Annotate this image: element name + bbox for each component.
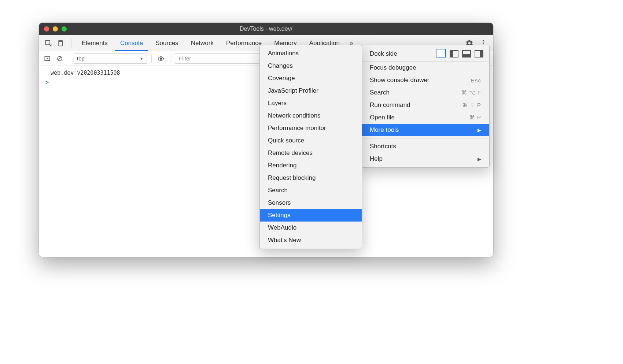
dock-side-row: Dock side [362,47,489,62]
titlebar: DevTools - web.dev/ [39,23,493,35]
submenu-item-label: Settings [268,212,290,219]
submenu-item-label: Animations [268,50,299,57]
svg-line-9 [58,57,61,60]
toggle-sidebar-icon[interactable] [43,54,52,63]
submenu-item-label: Sensors [268,199,291,207]
close-window-button[interactable] [44,26,49,31]
svg-rect-1 [59,40,62,46]
submenu-item-label: Remote devices [268,149,313,157]
menu-item-label: Search [370,89,390,96]
tab-sources[interactable]: Sources [150,35,183,51]
submenu-item-javascript-profiler[interactable]: JavaScript Profiler [260,85,362,97]
menu-item-label: Show console drawer [370,77,430,84]
submenu-item-network-conditions[interactable]: Network conditions [260,109,362,122]
menu-item-label: Focus debuggee [370,64,416,71]
submenu-item-what-s-new[interactable]: What's New [260,234,362,246]
menu-item-label: Help [370,155,383,163]
tab-network[interactable]: Network [186,35,219,51]
submenu-item-label: WebAudio [268,224,296,231]
submenu-item-rendering[interactable]: Rendering [260,159,362,172]
menu-item-search[interactable]: Search ⌘ ⌥ F [362,86,489,99]
submenu-arrow-icon: ▶ [478,127,481,133]
more-tools-submenu: AnimationsChangesCoverageJavaScript Prof… [259,45,362,249]
execution-context-value: top [77,55,85,62]
submenu-arrow-icon: ▶ [478,156,481,162]
svg-point-3 [483,40,484,41]
maximize-window-button[interactable] [62,26,67,31]
submenu-item-animations[interactable]: Animations [260,47,362,60]
submenu-item-remote-devices[interactable]: Remote devices [260,147,362,159]
menu-item-label: Shortcuts [370,143,396,150]
svg-point-4 [483,42,484,44]
clear-console-icon[interactable] [55,54,64,63]
main-menu: Dock side Focus debuggee Show console dr… [361,45,490,168]
menu-item-focus-debuggee[interactable]: Focus debuggee [362,62,489,74]
submenu-item-layers[interactable]: Layers [260,97,362,109]
menu-item-shortcut: ⌘ P [469,114,481,121]
menu-item-shortcuts[interactable]: Shortcuts [362,140,489,153]
divider [170,55,170,63]
execution-context-select[interactable]: top ▼ [74,53,147,64]
devtools-window: DevTools - web.dev/ Elements Console Sou… [39,23,493,257]
submenu-item-search[interactable]: Search [260,184,362,197]
submenu-item-label: Request blocking [268,174,316,182]
submenu-item-label: Network conditions [268,112,321,119]
menu-separator [362,138,489,138]
submenu-item-settings[interactable]: Settings [260,209,362,222]
menu-item-label: More tools [370,126,399,134]
live-expression-eye-icon[interactable] [156,54,166,63]
menu-item-show-console-drawer[interactable]: Show console drawer Esc [362,74,489,86]
divider [151,55,152,63]
submenu-item-label: Quick source [268,137,304,144]
dock-side-label: Dock side [370,50,397,57]
traffic-lights [44,26,67,31]
menu-item-open-file[interactable]: Open file ⌘ P [362,111,489,124]
submenu-item-webaudio[interactable]: WebAudio [260,222,362,234]
submenu-item-label: Performance monitor [268,125,326,132]
tab-elements[interactable]: Elements [77,35,113,51]
svg-point-10 [160,57,162,59]
submenu-item-label: Changes [268,62,293,70]
tab-console[interactable]: Console [115,35,148,51]
submenu-item-label: Layers [268,100,287,107]
submenu-item-request-blocking[interactable]: Request blocking [260,172,362,184]
dock-left-icon[interactable] [450,50,458,57]
submenu-item-performance-monitor[interactable]: Performance monitor [260,122,362,134]
submenu-item-label: What's New [268,237,301,244]
menu-item-label: Open file [370,114,395,121]
menu-item-run-command[interactable]: Run command ⌘ ⇧ P [362,99,489,111]
submenu-item-label: Coverage [268,75,295,82]
submenu-item-coverage[interactable]: Coverage [260,72,362,85]
menu-item-label: Run command [370,101,410,109]
dock-right-icon[interactable] [475,50,483,57]
menu-item-help[interactable]: Help ▶ [362,153,489,165]
chevron-down-icon: ▼ [140,56,144,61]
submenu-item-label: Rendering [268,162,296,169]
submenu-item-quick-source[interactable]: Quick source [260,134,362,147]
submenu-item-changes[interactable]: Changes [260,60,362,72]
inspect-element-icon[interactable] [43,38,54,48]
toggle-device-toolbar-icon[interactable] [56,38,66,48]
menu-item-shortcut: Esc [471,77,481,83]
minimize-window-button[interactable] [53,26,58,31]
divider [69,55,69,63]
menu-item-shortcut: ⌘ ⇧ P [462,102,481,108]
dock-bottom-icon[interactable] [462,50,471,57]
menu-item-more-tools[interactable]: More tools ▶ [362,124,489,136]
submenu-item-sensors[interactable]: Sensors [260,197,362,209]
dock-undock-icon[interactable] [437,50,446,57]
menu-item-shortcut: ⌘ ⌥ F [461,89,482,96]
submenu-item-label: JavaScript Profiler [268,87,318,94]
submenu-item-label: Search [268,187,288,194]
svg-marker-7 [47,57,49,59]
divider [71,38,71,48]
window-title: DevTools - web.dev/ [39,26,493,32]
